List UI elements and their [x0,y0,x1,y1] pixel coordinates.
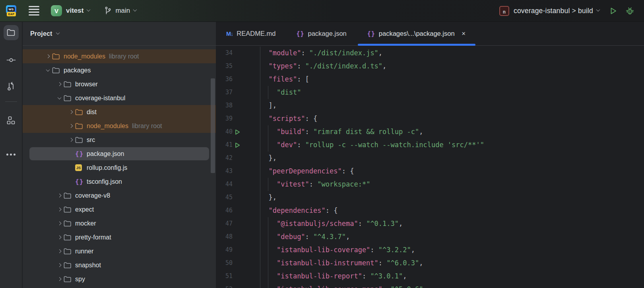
debug-button[interactable] [625,6,634,16]
code-line-49[interactable]: 49 "istanbul-lib-coverage": "^3.2.2", [216,243,644,257]
more-tool-windows-button[interactable] [4,147,19,162]
chevron-right-icon[interactable] [55,222,64,225]
tree-row-node-modules[interactable]: node_moduleslibrary root [23,49,216,63]
chevron-right-icon[interactable] [55,83,64,86]
tree-row-browser[interactable]: browser [23,77,216,91]
commit-tool-button[interactable] [4,53,19,68]
code-line-40[interactable]: 40 "build": "rimraf dist && rollup -c", [216,125,644,138]
tree-item-label: mocker [75,220,96,227]
project-name-button[interactable]: vitest [66,7,83,15]
tab-package-json[interactable]: {}package.json [286,22,357,45]
chevron-down-icon[interactable] [87,8,91,12]
code-text[interactable]: "peerDependencies": { [246,165,644,178]
chevron-right-icon[interactable] [66,138,75,141]
chevron-down-icon[interactable] [43,69,52,72]
tree-row-mocker[interactable]: mocker [23,216,216,230]
tree-row-spy[interactable]: spy [23,272,216,286]
code-line-45[interactable]: 45 }, [216,191,644,204]
project-tool-button[interactable] [4,25,19,40]
chevron-right-icon[interactable] [55,278,64,280]
folder-icon [52,67,62,74]
chevron-right-icon[interactable] [55,250,64,253]
code-text[interactable]: "istanbul-lib-report": "^3.0.1", [246,270,644,283]
code-line-48[interactable]: 48 "debug": "^4.3.7", [216,230,644,243]
branch-name-button[interactable]: main [115,7,130,15]
code-line-50[interactable]: 50 "istanbul-lib-instrument": "^6.0.3", [216,257,644,270]
code-line-51[interactable]: 51 "istanbul-lib-report": "^3.0.1", [216,270,644,283]
code-line-35[interactable]: 35 "types": "./dist/index.d.ts", [216,60,644,73]
tree-row-coverage-istanbul[interactable]: coverage-istanbul [23,91,216,105]
code-text[interactable]: "istanbul-lib-coverage": "^3.2.2", [246,243,644,257]
tree-row-node-modules[interactable]: node_moduleslibrary root [23,119,216,133]
code-line-43[interactable]: 43 "peerDependencies": { [216,165,644,178]
code-line-46[interactable]: 46 "dependencies": { [216,204,644,217]
chevron-down-icon[interactable] [56,31,60,35]
tab-packages-package-json[interactable]: {}packages\...\package.json✕ [357,22,476,45]
code-text[interactable]: "dev": "rollup -c --watch --watch.includ… [246,138,644,152]
code-text[interactable]: }, [246,152,644,165]
tree-row-snapshot[interactable]: snapshot [23,258,216,272]
tree-row-coverage-v8[interactable]: coverage-v8 [23,189,216,202]
line-number: 37 [216,86,233,99]
code-text[interactable]: }, [246,191,644,204]
gutter-spacer [233,165,246,178]
project-panel-header[interactable]: Project [23,22,216,46]
run-script-gutter-icon[interactable] [233,138,246,152]
git-branch-icon[interactable] [104,6,111,15]
code-text[interactable]: "istanbul-lib-source-maps": "^5.0.6", [246,283,644,288]
code-text[interactable]: ], [246,99,644,112]
chevron-right-icon[interactable] [55,194,64,197]
tree-row-rollup-config-js[interactable]: JSrollup.config.js [23,161,216,175]
chevron-down-icon[interactable] [55,97,64,99]
code-line-36[interactable]: 36 "files": [ [216,73,644,86]
code-line-41[interactable]: 41 "dev": "rollup -c --watch --watch.inc… [216,138,644,152]
code-text[interactable]: "files": [ [246,73,644,86]
tab-readme-md[interactable]: M↓README.md [216,22,286,45]
run-configuration-selector[interactable]: coverage-istanbul > build [514,7,593,15]
webstorm-logo-eap-badge: EAP [7,12,16,16]
code-line-47[interactable]: 47 "@istanbuljs/schema": "^0.1.3", [216,217,644,230]
pull-requests-tool-button[interactable] [4,78,19,93]
code-text[interactable]: "dependencies": { [246,204,644,217]
code-line-34[interactable]: 34 "module": "./dist/index.js", [216,47,644,60]
code-line-37[interactable]: 37 "dist" [216,86,644,99]
code-text[interactable]: "dist" [246,86,644,99]
tree-row-expect[interactable]: expect [23,202,216,216]
run-script-gutter-icon[interactable] [233,125,246,138]
folder-icon [75,123,85,129]
code-line-39[interactable]: 39 "scripts": { [216,112,644,125]
code-area[interactable]: 34 "module": "./dist/index.js",35 "types… [216,46,644,288]
code-text[interactable]: "build": "rimraf dist && rollup -c", [246,125,644,138]
tree-scrollbar[interactable] [211,78,215,173]
chevron-right-icon[interactable] [55,208,64,211]
tree-row-pretty-format[interactable]: pretty-format [23,230,216,244]
tree-row-runner[interactable]: runner [23,244,216,258]
chevron-right-icon[interactable] [66,125,75,127]
code-text[interactable]: "module": "./dist/index.js", [246,47,644,60]
main-menu-icon[interactable] [29,6,39,16]
code-line-42[interactable]: 42 }, [216,152,644,165]
code-text[interactable]: "scripts": { [246,112,644,125]
code-line-52[interactable]: 52 "istanbul-lib-source-maps": "^5.0.6", [216,283,644,288]
code-line-38[interactable]: 38 ], [216,99,644,112]
code-text[interactable]: "debug": "^4.3.7", [246,230,644,243]
tree-row-tsconfig-json[interactable]: {}tsconfig.json [23,175,216,189]
structure-tool-button[interactable] [4,113,19,128]
chevron-down-icon[interactable] [133,8,137,12]
chevron-right-icon[interactable] [66,111,75,113]
code-text[interactable]: "istanbul-lib-instrument": "^6.0.3", [246,257,644,270]
tree-row-packages[interactable]: packages [23,63,216,77]
run-button[interactable] [609,7,617,15]
chevron-right-icon[interactable] [55,236,64,239]
chevron-right-icon[interactable] [43,55,52,58]
chevron-down-icon[interactable] [596,8,600,12]
code-text[interactable]: "types": "./dist/index.d.ts", [246,60,644,73]
code-line-44[interactable]: 44 "vitest": "workspace:*" [216,178,644,191]
code-text[interactable]: "@istanbuljs/schema": "^0.1.3", [246,217,644,230]
tree-row-src[interactable]: src [23,133,216,147]
close-icon[interactable]: ✕ [462,31,466,37]
tree-row-package-json[interactable]: {}package.json [23,147,216,161]
chevron-right-icon[interactable] [55,264,64,267]
tree-row-dist[interactable]: dist [23,105,216,119]
code-text[interactable]: "vitest": "workspace:*" [246,178,644,191]
